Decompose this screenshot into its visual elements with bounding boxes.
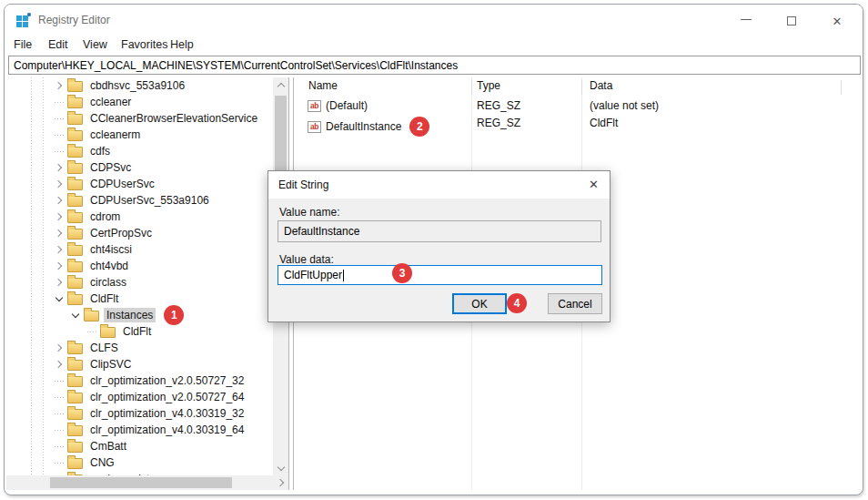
tree-item-certpropsvc[interactable]: CertPropSvc	[6, 225, 273, 241]
tree-item-ccleaner[interactable]: ccleaner	[6, 94, 273, 110]
chevron-right-icon[interactable]	[55, 279, 62, 286]
tree-item-cbdhsvc_553a9106[interactable]: cbdhsvc_553a9106	[6, 77, 273, 94]
tree-item-label[interactable]: ccleaner	[87, 95, 134, 109]
tree-item-label[interactable]: cht4vbd	[87, 259, 131, 273]
folder-icon	[67, 294, 83, 305]
tree-item-label[interactable]: CDPSvc	[87, 160, 134, 175]
tree-item-label[interactable]: circlass	[87, 275, 129, 290]
cancel-button[interactable]: Cancel	[548, 293, 602, 314]
tree-item-label[interactable]: CDPUserSvc	[87, 177, 157, 191]
horizontal-scroll-thumb[interactable]	[50, 477, 232, 488]
address-bar-input[interactable]	[8, 56, 861, 75]
chevron-down-icon[interactable]	[56, 293, 63, 301]
tree-connector	[55, 397, 64, 398]
tree-item-cdpusersvc[interactable]: CDPUserSvc	[6, 176, 273, 192]
tree-item-cdpusersvc_553a9106[interactable]: CDPUserSvc_553a9106	[6, 192, 273, 209]
maximize-button[interactable]	[776, 10, 807, 32]
tree-item-label[interactable]: CNG	[87, 455, 117, 470]
chevron-right-icon[interactable]	[55, 230, 62, 237]
value-name[interactable]: DefaultInstance	[326, 120, 401, 133]
annotation-circle-1: 1	[164, 305, 184, 325]
tree-item-instances[interactable]: Instances1	[6, 307, 273, 323]
folder-icon	[67, 196, 83, 207]
tree-item-label[interactable]: clr_optimization_v4.0.30319_64	[87, 423, 247, 437]
tree-item-label[interactable]: cdfs	[87, 144, 113, 158]
tree-item-label[interactable]: CmBatt	[87, 439, 129, 454]
tree-item-cldflt[interactable]: CldFlt	[6, 323, 273, 340]
scroll-down-icon[interactable]	[273, 461, 288, 475]
chevron-right-icon[interactable]	[55, 344, 62, 352]
tree-item-cht4vbd[interactable]: cht4vbd	[6, 258, 273, 274]
chevron-right-icon[interactable]	[55, 213, 62, 220]
tree-item-clipsvc[interactable]: ClipSVC	[6, 356, 273, 372]
chevron-right-icon[interactable]	[55, 197, 62, 204]
chevron-right-icon[interactable]	[55, 82, 62, 89]
tree-item-clr_optimization_v2.0.50727_32[interactable]: clr_optimization_v2.0.50727_32	[6, 372, 273, 389]
tree-item-clr_optimization_v2.0.50727_64[interactable]: clr_optimization_v2.0.50727_64	[6, 389, 273, 405]
value-data: CldFlt	[590, 117, 618, 129]
column-header-type[interactable]: Type	[477, 79, 500, 92]
tree-item-circlass[interactable]: circlass	[6, 274, 273, 291]
tree-item-cldflt[interactable]: CldFlt	[6, 291, 273, 307]
tree-connector	[55, 151, 64, 152]
tree-item-label[interactable]: cdrom	[87, 209, 123, 224]
menu-edit[interactable]: Edit	[48, 38, 68, 51]
tree-item-cng[interactable]: CNG	[6, 454, 273, 471]
ok-button[interactable]: OK	[452, 293, 507, 314]
chevron-right-icon[interactable]	[55, 262, 62, 270]
folder-icon	[67, 376, 83, 387]
menu-favorites[interactable]: Favorites	[121, 38, 167, 51]
menu-view[interactable]: View	[83, 38, 107, 51]
tree-item-label[interactable]: clr_optimization_v2.0.50727_64	[87, 390, 247, 404]
scroll-right-icon[interactable]	[274, 475, 289, 490]
chevron-down-icon[interactable]	[72, 310, 79, 317]
tree-item-label[interactable]: cht4iscsi	[87, 242, 135, 257]
tree-item-label[interactable]: ClipSVC	[87, 357, 134, 372]
dialog-close-button[interactable]: ✕	[589, 178, 599, 191]
tree-item-cdpsvc[interactable]: CDPSvc	[6, 159, 273, 176]
tree-item-ccleanerm[interactable]: ccleanerm	[6, 127, 273, 143]
column-header-name[interactable]: Name	[308, 79, 338, 92]
registry-editor-window: Registry Editor — ✕ FileEditViewFavorite…	[4, 4, 863, 495]
menu-file[interactable]: File	[14, 38, 32, 51]
chevron-right-icon[interactable]	[55, 361, 62, 368]
tree-item-label[interactable]: CDPUserSvc_553a9106	[87, 193, 212, 208]
chevron-right-icon[interactable]	[55, 246, 62, 253]
tree-item-label[interactable]: CLFS	[87, 341, 121, 355]
tree-item-cht4iscsi[interactable]: cht4iscsi	[6, 241, 273, 258]
tree-connector	[55, 463, 64, 464]
tree-item-cdrom[interactable]: cdrom	[6, 209, 273, 225]
minimize-button[interactable]: —	[731, 10, 762, 32]
tree-item-clr_optimization_v4.0.30319_32[interactable]: clr_optimization_v4.0.30319_32	[6, 405, 273, 422]
value-data-input[interactable]: CldFltUpper	[278, 265, 602, 285]
tree-item-label[interactable]: CldFlt	[120, 324, 154, 339]
tree-item-ccleanerbrowserelevationservice[interactable]: CCleanerBrowserElevationService	[6, 110, 273, 127]
column-header-data[interactable]: Data	[590, 79, 612, 92]
text-caret	[343, 270, 344, 281]
folder-icon	[67, 179, 83, 190]
tree-horizontal-scrollbar[interactable]	[6, 475, 288, 490]
tree-item-label[interactable]: CertPropSvc	[87, 226, 155, 240]
chevron-right-icon[interactable]	[55, 180, 62, 188]
close-button[interactable]: ✕	[822, 10, 853, 32]
tree-item-label[interactable]: CldFlt	[87, 291, 121, 306]
scroll-up-icon[interactable]	[273, 77, 288, 92]
tree-item-label[interactable]: CCleanerBrowserElevationService	[87, 111, 260, 126]
chevron-right-icon[interactable]	[55, 164, 62, 171]
tree-item-label[interactable]: clr_optimization_v4.0.30319_32	[87, 406, 247, 421]
value-name[interactable]: (Default)	[326, 99, 368, 112]
tree-item-label[interactable]: cbdhsvc_553a9106	[87, 78, 187, 93]
folder-icon	[67, 229, 83, 240]
tree-item-clr_optimization_v4.0.30319_64[interactable]: clr_optimization_v4.0.30319_64	[6, 422, 273, 438]
tree-item-label[interactable]: ccleanerm	[87, 128, 143, 142]
registry-tree: cbdhsvc_553a9106ccleanerCCleanerBrowserE…	[6, 77, 273, 475]
tree-item-cdfs[interactable]: cdfs	[6, 143, 273, 159]
tree-item-clfs[interactable]: CLFS	[6, 340, 273, 356]
value-row-default[interactable]: ab(Default)REG_SZ(value not set)	[294, 97, 863, 115]
menu-help[interactable]: Help	[170, 38, 194, 51]
tree-connector	[55, 381, 64, 382]
tree-item-label[interactable]: clr_optimization_v2.0.50727_32	[87, 373, 247, 388]
tree-item-label[interactable]: Instances	[104, 308, 156, 322]
tree-item-cmbatt[interactable]: CmBatt	[6, 438, 273, 454]
value-row-defaultinstance[interactable]: abDefaultInstance2REG_SZCldFlt	[294, 115, 863, 132]
